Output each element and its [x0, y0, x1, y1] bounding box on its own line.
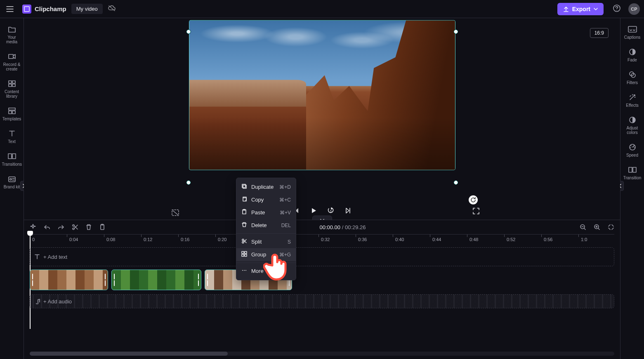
hamburger-icon: [6, 6, 14, 12]
clip-trim-left[interactable]: [206, 274, 209, 286]
svg-point-41: [245, 270, 246, 271]
video-track[interactable]: [30, 270, 614, 290]
ruler-tick: 0:44: [430, 235, 441, 244]
sidebar-item-label: Text: [8, 139, 15, 144]
sidebar-item-effects[interactable]: Effects: [620, 89, 644, 112]
sidebar-item-label: Your media: [2, 35, 22, 44]
duplicate-split-button[interactable]: [99, 224, 106, 230]
svg-rect-37: [242, 254, 244, 256]
clip-trim-left[interactable]: [113, 274, 116, 286]
ruler-tick-label: 0:44: [432, 237, 441, 242]
aspect-ratio-button[interactable]: 16:9: [590, 28, 609, 38]
context-menu-item-paste[interactable]: Paste⌘+V: [236, 206, 296, 219]
delete-button[interactable]: [86, 224, 92, 230]
app-logo[interactable]: Clipchamp: [22, 5, 66, 14]
project-title[interactable]: My video: [71, 4, 103, 14]
right-sidebar: Captions Fade Filters Effects Adjust col…: [620, 18, 644, 359]
sidebar-item-label: Content library: [2, 89, 22, 99]
context-menu-item-split[interactable]: SplitS: [236, 235, 296, 248]
seek-forward-button[interactable]: 5: [328, 207, 334, 216]
sidebar-item-record-create[interactable]: Record & create: [0, 49, 24, 76]
sidebar-item-adjust-colors[interactable]: Adjust colors: [620, 112, 644, 139]
sidebar-item-transitions[interactable]: Transitions: [0, 148, 24, 171]
sidebar-item-transition[interactable]: Transition: [620, 162, 644, 185]
zoom-in-button[interactable]: [594, 224, 600, 230]
help-button[interactable]: [613, 4, 621, 14]
sidebar-item-filters[interactable]: Filters: [620, 67, 644, 89]
undo-button[interactable]: [44, 224, 50, 230]
clip-trim-right[interactable]: [104, 274, 107, 286]
timeline-ruler[interactable]: 00:040:080:120:160:200:320:360:400:440:4…: [30, 234, 614, 244]
speed-icon: [629, 143, 636, 151]
clip-trim-left[interactable]: [31, 274, 34, 286]
audio-track[interactable]: + Add audio: [30, 294, 614, 308]
ruler-tick-label: 0:56: [544, 237, 552, 242]
redo-button[interactable]: [58, 224, 64, 230]
sparkle-icon: [30, 224, 36, 230]
resize-handle-top-left[interactable]: [186, 29, 191, 33]
split-button[interactable]: [72, 224, 78, 230]
more-icon: [241, 267, 247, 275]
chevron-down-icon: [594, 7, 598, 11]
sidebar-item-text[interactable]: Text: [0, 126, 24, 148]
sidebar-item-content-library[interactable]: Content library: [0, 76, 24, 103]
sidebar-item-your-media[interactable]: Your media: [0, 21, 24, 49]
video-clip[interactable]: [30, 270, 108, 290]
ruler-tick: 0:08: [104, 235, 115, 244]
sidebar-item-label: Fade: [627, 58, 637, 62]
play-button[interactable]: [310, 207, 317, 216]
video-clip[interactable]: [111, 270, 201, 290]
context-menu-shortcut: ⌘+V: [280, 210, 291, 216]
export-button[interactable]: Export: [557, 3, 604, 15]
zoom-fit-button[interactable]: [608, 224, 614, 230]
context-menu-item-label: Copy: [251, 197, 264, 203]
timeline-toolbar: 00:00.00 / 00:29.26: [24, 220, 620, 234]
resize-handle-top-right[interactable]: [454, 29, 458, 33]
resize-handle-bottom-left[interactable]: [186, 180, 191, 184]
resize-handle-bottom-right[interactable]: [454, 180, 458, 184]
sidebar-item-label: Transition: [623, 176, 642, 180]
context-menu-item-delete[interactable]: DeleteDEL: [236, 219, 296, 232]
effects-icon: [629, 94, 636, 101]
ruler-tick-label: 0:32: [321, 237, 330, 242]
ruler-tick: 0:16: [178, 235, 189, 244]
split-icon: [241, 238, 247, 245]
preview-canvas[interactable]: [189, 20, 455, 170]
playhead-handle[interactable]: [27, 231, 33, 236]
seek-end-button[interactable]: [345, 207, 351, 216]
svg-rect-5: [9, 108, 15, 110]
sidebar-item-label: Effects: [626, 103, 638, 108]
camera-icon: [8, 53, 16, 60]
svg-rect-12: [628, 26, 637, 32]
zoom-out-button[interactable]: [580, 224, 586, 230]
clip-trim-right[interactable]: [197, 274, 200, 286]
sidebar-item-templates[interactable]: Templates: [0, 103, 24, 126]
fullscreen-button[interactable]: [472, 207, 480, 216]
text-track[interactable]: + Add text: [30, 247, 614, 266]
svg-rect-6: [9, 111, 12, 114]
ruler-tick-label: 0:04: [69, 237, 78, 242]
preview-canvas-wrapper: [189, 32, 455, 182]
context-menu-item-duplicate[interactable]: Duplicate⌘+D: [236, 181, 296, 193]
ruler-tick-label: 0:52: [507, 237, 515, 242]
menu-button[interactable]: [4, 3, 16, 15]
ruler-tick: 0:04: [67, 235, 78, 244]
ruler-tick: 0:52: [504, 235, 515, 244]
context-menu-shortcut: ⌘+C: [279, 197, 291, 203]
user-avatar[interactable]: CP: [628, 3, 640, 15]
auto-enhance-button[interactable]: [30, 224, 36, 230]
ruler-tick-label: 0:36: [358, 237, 367, 242]
sidebar-item-speed[interactable]: Speed: [620, 139, 644, 162]
sidebar-item-fade[interactable]: Fade: [620, 44, 644, 67]
svg-rect-19: [633, 167, 636, 172]
sidebar-item-captions[interactable]: Captions: [620, 21, 644, 44]
svg-rect-4: [12, 84, 15, 87]
timeline-scrollbar[interactable]: [30, 352, 614, 356]
play-icon: [310, 207, 317, 214]
cloud-sync-status[interactable]: [108, 5, 116, 13]
context-menu-item-copy[interactable]: Copy⌘+C: [236, 193, 296, 206]
svg-point-39: [242, 270, 243, 271]
timeline-scrollbar-thumb[interactable]: [30, 352, 228, 356]
refresh-icon: [470, 197, 476, 203]
help-icon: [613, 4, 621, 12]
